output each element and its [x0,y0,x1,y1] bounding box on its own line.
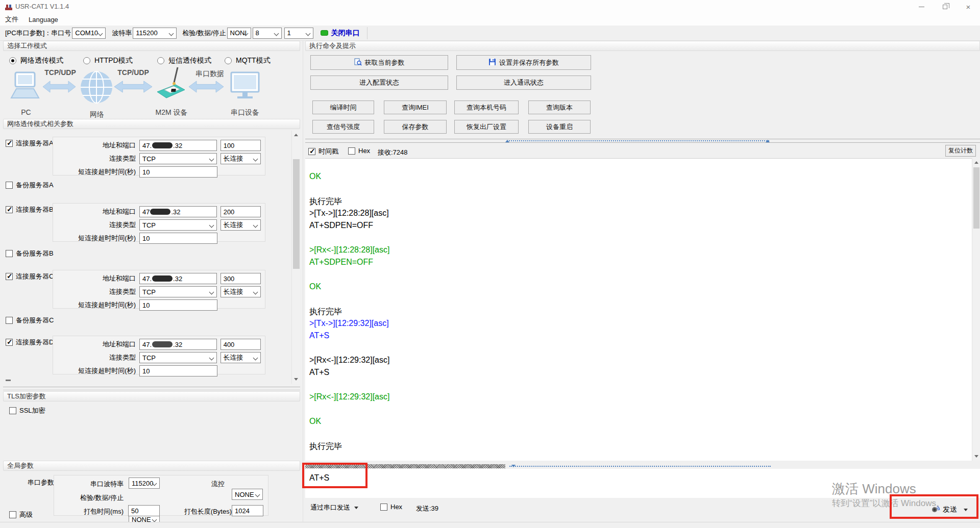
pack-time-input[interactable]: 50 [128,505,160,516]
tls-header: TLS加密参数 [3,391,300,401]
scrollbar-thumb[interactable] [293,159,300,269]
server-b-timeout-input[interactable]: 10 [139,233,217,244]
close-icon[interactable]: × [957,0,980,13]
query-imei-button[interactable]: 查询IMEI [384,100,447,114]
save-params-button[interactable]: 保存参数 [384,120,447,134]
set-save-params-button[interactable]: 设置并保存所有参数 [456,55,591,70]
backup-server-label: 备份服务器C [16,316,54,325]
server-c-mode-select[interactable]: 长连接 [220,286,261,297]
ssl-encrypt-checkbox[interactable]: SSL加密 [9,406,45,415]
server-b-type-select[interactable]: TCP [139,219,217,231]
send-via-serial-button[interactable]: 通过串口发送 [310,501,358,514]
get-params-button[interactable]: 获取当前参数 [310,55,448,70]
global-baud-select[interactable]: 115200 [129,477,160,489]
backup-server-b[interactable]: 备份服务器B [6,249,54,258]
log-line: 执行完毕 [309,196,970,209]
magnifier-document-icon [354,58,362,67]
checkbox-icon[interactable] [9,511,16,518]
query-number-button[interactable]: 查询本机号码 [454,100,519,114]
flow-control-select[interactable]: NONE [232,489,263,500]
log-output[interactable]: OK 执行完毕>[Tx->][12:28:28][asc]AT+SDPEN=OF… [305,158,980,461]
server-b-mode-select[interactable]: 长连接 [220,219,261,231]
mode-radio-network[interactable]: 网络透传模式 [9,56,63,65]
close-port-button[interactable]: 关闭串口 [331,29,360,38]
server-b-address-input[interactable]: 47.32 [139,206,217,217]
scroll-down-icon[interactable] [972,452,980,461]
scroll-up-icon[interactable] [292,131,300,139]
radio-icon[interactable] [157,57,164,64]
server-c-enable[interactable]: 连接服务器C [6,272,54,281]
radio-icon[interactable] [83,57,90,64]
server-d-address-input[interactable]: 47..32 [139,339,217,350]
server-b-port-input[interactable]: 200 [220,206,261,217]
pack-length-input[interactable]: 1024 [232,505,263,516]
checkbox-icon[interactable] [6,317,13,324]
enter-config-button[interactable]: 进入配置状态 [310,76,448,90]
advanced-checkbox[interactable]: 高级 [9,510,33,519]
reset-count-button[interactable]: 复位计数 [945,145,976,157]
log-hex-checkbox[interactable]: Hex [348,147,370,155]
radio-icon[interactable] [225,57,232,64]
server-d-enable[interactable]: 连接服务器D [6,338,54,347]
server-a-enable[interactable]: 连接服务器A [6,139,54,148]
server-b-enable[interactable]: 连接服务器B [6,205,54,214]
server-c-port-input[interactable]: 300 [220,273,261,284]
checkbox-icon[interactable] [348,147,355,155]
server-a-mode-select[interactable]: 长连接 [220,153,261,164]
server-c-type-select[interactable]: TCP [139,286,217,297]
menu-language[interactable]: Language [29,16,58,23]
scroll-up-icon[interactable] [972,158,980,167]
mode-radio-mqtt[interactable]: MQTT模式 [225,56,271,65]
compile-time-button[interactable]: 编译时间 [312,100,374,114]
data-bits-select[interactable]: 8 [253,28,282,39]
server-c-address-input[interactable]: 47..32 [139,273,217,284]
timestamp-checkbox[interactable]: 时间戳 [308,147,338,156]
query-version-button[interactable]: 查询版本 [528,100,591,114]
mode-radio-httpd[interactable]: HTTPD模式 [83,56,133,65]
stop-bits-select[interactable]: 1 [284,28,313,39]
splitter-horizontal-top[interactable] [305,139,980,143]
device-restart-button[interactable]: 设备重启 [528,120,591,134]
backup-server-a[interactable]: 备份服务器A [6,181,54,190]
enter-comm-button[interactable]: 进入通讯状态 [456,76,591,90]
checkbox-icon[interactable] [6,206,13,213]
checkbox-icon[interactable] [6,339,13,346]
server-d-port-input[interactable]: 400 [220,339,261,350]
server-b-params-box: 地址和端口 47.32 200 连接类型 TCP 长连接 短连接超时时间(秒) … [53,203,265,242]
send-hex-checkbox[interactable]: Hex [380,503,402,511]
server-a-address-input[interactable]: 47..32 [139,140,217,151]
server-list-scrollbar[interactable] [291,131,300,384]
radio-icon[interactable] [9,57,16,64]
parity-select[interactable]: NONI [227,28,251,39]
baud-select[interactable]: 115200 [133,28,177,39]
checkbox-icon[interactable] [6,140,13,147]
menu-file[interactable]: 文件 [5,15,18,24]
checkbox-icon[interactable] [6,250,13,257]
splitter-horizontal[interactable] [3,387,300,390]
scroll-down-icon[interactable] [292,375,300,384]
mode-radio-label: 短信透传模式 [168,56,211,65]
server-d-type-select[interactable]: TCP [139,352,217,363]
server-a-port-input[interactable]: 100 [220,140,261,151]
checkbox-icon[interactable] [308,148,315,155]
server-a-timeout-input[interactable]: 10 [139,166,217,178]
query-signal-button[interactable]: 查信号强度 [312,120,374,134]
log-line: 执行完毕 [309,441,970,454]
scrollbar-thumb[interactable] [973,167,979,229]
factory-reset-button[interactable]: 恢复出厂设置 [454,120,519,134]
server-d-timeout-input[interactable]: 10 [139,365,217,376]
checkbox-icon[interactable] [6,273,13,280]
server-c-timeout-input[interactable]: 10 [139,299,217,311]
server-a-type-select[interactable]: TCP [139,153,217,164]
checkbox-icon[interactable] [6,182,13,189]
checkbox-icon[interactable] [9,407,16,414]
backup-server-c[interactable]: 备份服务器C [6,316,54,325]
minimize-icon[interactable] [910,0,933,13]
com-port-select[interactable]: COM10 [72,28,106,39]
checkbox-icon[interactable] [380,504,387,511]
server-d-mode-select[interactable]: 长连接 [220,352,261,363]
mode-radio-sms[interactable]: 短信透传模式 [157,56,211,65]
splitter-horizontal-bottom[interactable] [305,464,980,469]
log-scrollbar[interactable] [972,158,980,461]
restore-icon[interactable] [933,0,957,13]
